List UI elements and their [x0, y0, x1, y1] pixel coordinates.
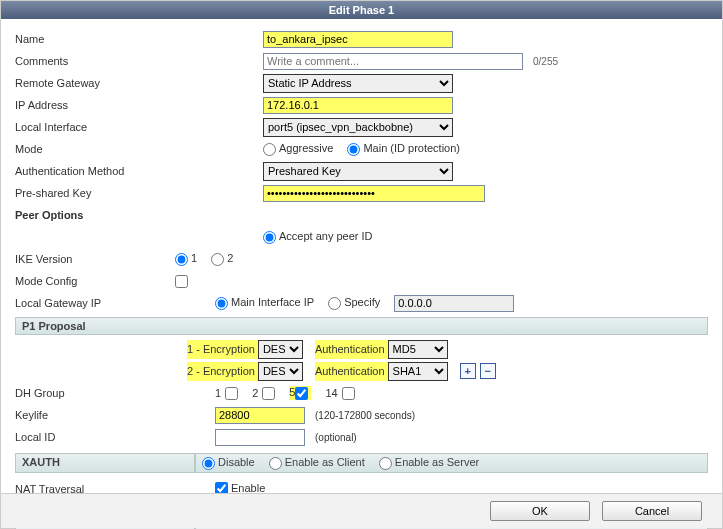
mode-config-checkbox[interactable]: [175, 275, 188, 288]
label-name: Name: [15, 33, 263, 45]
form-content: Name Comments 0/255 Remote Gateway Stati…: [1, 19, 722, 529]
ip-address-input[interactable]: [263, 97, 453, 114]
main-iface-ip-label: Main Interface IP: [231, 296, 314, 308]
mode-aggressive-radio[interactable]: [263, 143, 276, 156]
add-proposal-icon[interactable]: +: [460, 363, 476, 379]
xauth-client-label: Enable as Client: [285, 456, 365, 468]
local-id-hint: (optional): [315, 432, 357, 443]
label-remote-gateway: Remote Gateway: [15, 77, 263, 89]
label-peer-options: Peer Options: [15, 209, 263, 221]
edit-phase1-window: Edit Phase 1 Name Comments 0/255 Remote …: [0, 0, 723, 529]
cancel-button[interactable]: Cancel: [602, 501, 702, 521]
keylife-hint: (120-172800 seconds): [315, 410, 415, 421]
dh14-checkbox[interactable]: [342, 387, 355, 400]
window-title: Edit Phase 1: [1, 1, 722, 19]
enc2-select[interactable]: DES: [258, 362, 303, 381]
dh2-label: 2: [252, 387, 258, 399]
psk-input[interactable]: [263, 185, 485, 202]
dh5-checkbox[interactable]: [295, 387, 308, 400]
label-ip-address: IP Address: [15, 99, 263, 111]
auth1-select[interactable]: MD5: [388, 340, 448, 359]
xauth-server-radio[interactable]: [379, 457, 392, 470]
remove-proposal-icon[interactable]: −: [480, 363, 496, 379]
dh14-label: 14: [325, 387, 337, 399]
ok-button[interactable]: OK: [490, 501, 590, 521]
xauth-client-radio[interactable]: [269, 457, 282, 470]
label-auth-method: Authentication Method: [15, 165, 263, 177]
auth1-label: Authentication: [315, 343, 385, 355]
dialog-footer: OK Cancel: [1, 493, 722, 528]
auth2-select[interactable]: SHA1: [388, 362, 448, 381]
label-keylife: Keylife: [15, 409, 215, 421]
ike-1-label: 1: [191, 252, 197, 264]
accept-any-peer-label: Accept any peer ID: [279, 230, 373, 242]
accept-any-peer-radio[interactable]: [263, 231, 276, 244]
remote-gateway-select[interactable]: Static IP Address: [263, 74, 453, 93]
label-local-id: Local ID: [15, 431, 215, 443]
dh2-checkbox[interactable]: [262, 387, 275, 400]
ike-1-radio[interactable]: [175, 253, 188, 266]
comments-input[interactable]: [263, 53, 523, 70]
comments-counter: 0/255: [533, 56, 558, 67]
xauth-server-label: Enable as Server: [395, 456, 479, 468]
xauth-disable-label: Disable: [218, 456, 255, 468]
specify-label: Specify: [344, 296, 380, 308]
dh1-label: 1: [215, 387, 221, 399]
specify-ip-input[interactable]: [394, 295, 514, 312]
label-mode-config: Mode Config: [15, 275, 175, 287]
mode-aggressive-label: Aggressive: [279, 142, 333, 154]
specify-radio[interactable]: [328, 297, 341, 310]
enc1-label: 1 - Encryption: [187, 343, 255, 355]
nat-traversal-enable-label: Enable: [231, 482, 265, 494]
section-xauth: XAUTH: [15, 453, 195, 473]
xauth-disable-radio[interactable]: [202, 457, 215, 470]
label-dh-group: DH Group: [15, 387, 215, 399]
ike-2-label: 2: [227, 252, 233, 264]
mode-main-label: Main (ID protection): [363, 142, 460, 154]
enc2-label: 2 - Encryption: [187, 365, 255, 377]
local-interface-select[interactable]: port5 (ipsec_vpn_backbobne): [263, 118, 453, 137]
enc1-select[interactable]: DES: [258, 340, 303, 359]
auth-method-select[interactable]: Preshared Key: [263, 162, 453, 181]
label-comments: Comments: [15, 55, 263, 67]
auth2-label: Authentication: [315, 365, 385, 377]
local-id-input[interactable]: [215, 429, 305, 446]
keylife-input[interactable]: [215, 407, 305, 424]
ike-2-radio[interactable]: [211, 253, 224, 266]
label-psk: Pre-shared Key: [15, 187, 263, 199]
section-p1-proposal: P1 Proposal: [15, 317, 708, 335]
label-local-interface: Local Interface: [15, 121, 263, 133]
mode-main-radio[interactable]: [347, 143, 360, 156]
label-mode: Mode: [15, 143, 263, 155]
label-local-gw-ip: Local Gateway IP: [15, 297, 215, 309]
main-iface-ip-radio[interactable]: [215, 297, 228, 310]
dh1-checkbox[interactable]: [225, 387, 238, 400]
name-input[interactable]: [263, 31, 453, 48]
label-ike-version: IKE Version: [15, 253, 175, 265]
